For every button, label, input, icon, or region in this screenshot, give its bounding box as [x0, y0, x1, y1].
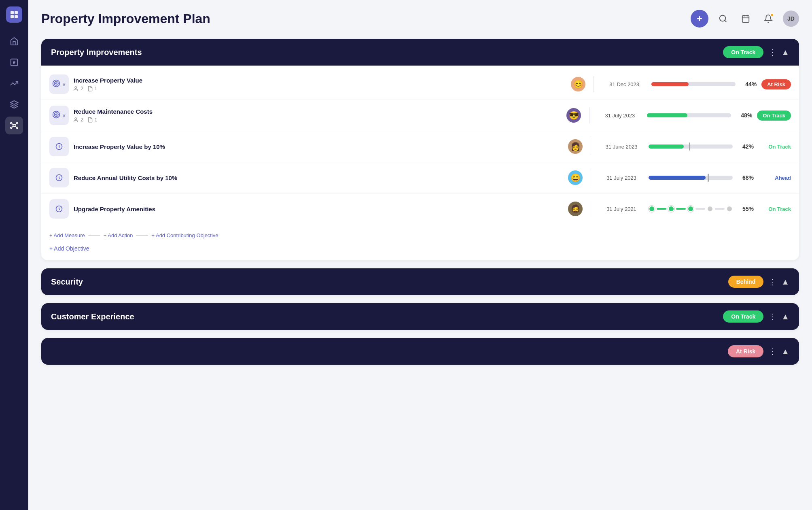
- status-badge-obj1: At Risk: [761, 79, 791, 89]
- progress-pct-obj5: 55%: [737, 206, 754, 212]
- notification-icon[interactable]: [760, 11, 776, 27]
- seg-line1: [657, 208, 666, 210]
- obj-icon-wrap-obj5: [49, 199, 69, 219]
- obj-action-count-obj2: 1: [87, 117, 97, 123]
- section-status-badge-security: Behind: [728, 276, 763, 288]
- progress-pct-obj4: 68%: [737, 174, 754, 181]
- seg-dot5: [726, 206, 733, 212]
- status-text-obj4: Ahead: [759, 175, 791, 181]
- section-card-customer-experience: Customer Experience On Track ⋮ ▲: [41, 303, 799, 330]
- milestone-marker-obj4: [708, 174, 709, 182]
- obj-avatar-obj4: 😄: [568, 170, 583, 185]
- svg-line-12: [15, 123, 17, 125]
- svg-line-11: [12, 123, 14, 125]
- obj-date-obj1: 31 Dec 2023: [602, 81, 647, 87]
- seg-dot3: [687, 206, 694, 212]
- section-menu-icon-security[interactable]: ⋮: [768, 277, 776, 287]
- obj-name-obj2: Reduce Maintenance Costs: [74, 108, 562, 115]
- divider-obj3: [591, 138, 591, 155]
- progress-pct-obj3: 42%: [737, 143, 754, 150]
- sidebar-item-home[interactable]: [5, 32, 23, 50]
- section-header-property-improvements: Property Improvements On Track ⋮ ▲: [41, 39, 799, 66]
- svg-rect-1: [15, 11, 18, 14]
- obj-expand-chevron-obj2[interactable]: ∨: [62, 112, 66, 119]
- svg-point-8: [17, 123, 18, 124]
- section-collapse-icon-security[interactable]: ▲: [781, 277, 789, 287]
- progress-pct-obj2: 48%: [735, 112, 752, 119]
- milestone-marker-obj3: [689, 142, 690, 151]
- section-menu-icon-last-section[interactable]: ⋮: [768, 346, 776, 356]
- progress-wrap-obj1: 44%: [651, 81, 757, 87]
- svg-rect-19: [742, 16, 749, 22]
- progress-bar-bg-obj3: [649, 144, 733, 149]
- obj-date-obj5: 31 July 2021: [599, 206, 644, 212]
- svg-rect-3: [15, 15, 18, 18]
- obj-avatar-obj5: 🧔: [568, 202, 583, 216]
- calendar-icon[interactable]: [738, 11, 754, 27]
- status-text-obj5: On Track: [759, 206, 791, 212]
- section-header-security: Security Behind ⋮ ▲: [41, 268, 799, 295]
- user-avatar[interactable]: JD: [783, 11, 799, 27]
- obj-expand-chevron-obj1[interactable]: ∨: [62, 81, 66, 87]
- status-text-obj3: On Track: [759, 144, 791, 150]
- divider-obj1: [594, 76, 594, 92]
- search-icon[interactable]: [715, 11, 731, 27]
- progress-bar-bg-obj4: [649, 176, 733, 180]
- svg-marker-5: [11, 101, 18, 104]
- section-title-customer-experience: Customer Experience: [51, 312, 134, 321]
- page-header: Property Improvement Plan: [41, 10, 799, 28]
- sidebar-item-analytics[interactable]: [5, 53, 23, 71]
- add-divider2-property-improvements: [136, 235, 148, 236]
- add-measure-link-property-improvements[interactable]: + Add Measure: [49, 232, 85, 238]
- progress-bar-bg-obj2: [647, 113, 731, 117]
- obj-row-obj3: Increase Property Value by 10% 👩 31 June…: [41, 131, 799, 162]
- progress-wrap-obj4: 68%: [649, 174, 754, 181]
- svg-point-17: [720, 15, 726, 21]
- section-header-right-customer-experience: On Track ⋮ ▲: [723, 310, 789, 323]
- sidebar-item-layers[interactable]: [5, 96, 23, 113]
- svg-point-10: [17, 127, 18, 129]
- notification-badge: [770, 13, 774, 17]
- page-title: Property Improvement Plan: [41, 11, 210, 26]
- section-title-security: Security: [51, 277, 83, 287]
- obj-date-obj4: 31 July 2023: [599, 175, 644, 181]
- obj-name-obj5: Upgrade Property Amenities: [74, 206, 563, 212]
- svg-point-26: [75, 86, 77, 88]
- add-button[interactable]: [691, 10, 708, 28]
- section-title-property-improvements: Property Improvements: [51, 48, 142, 57]
- obj-name-obj1: Increase Property Value: [74, 77, 566, 84]
- objectives-list-property-improvements: ∨ Increase Property Value 2 1: [41, 66, 799, 227]
- obj-meta-obj1: 2 1: [74, 85, 566, 91]
- add-objective-wrap-property-improvements: + Add Objective: [41, 240, 799, 260]
- obj-icon-wrap-obj2: ∨: [49, 106, 69, 125]
- add-action-link-property-improvements[interactable]: + Add Action: [104, 232, 133, 238]
- section-menu-icon-property-improvements[interactable]: ⋮: [768, 47, 776, 57]
- svg-rect-0: [11, 11, 14, 14]
- divider-obj5: [591, 201, 591, 217]
- progress-bar-fill-obj3: [649, 144, 684, 149]
- section-collapse-icon-last-section[interactable]: ▲: [781, 347, 789, 356]
- progress-wrap-obj3: 42%: [649, 143, 754, 150]
- obj-avatar-obj3: 👩: [568, 139, 583, 154]
- section-card-last-section: At Risk ⋮ ▲: [41, 338, 799, 365]
- svg-line-18: [725, 20, 726, 22]
- section-collapse-icon-customer-experience[interactable]: ▲: [781, 312, 789, 321]
- app-logo[interactable]: [6, 6, 22, 23]
- obj-sub-count-obj2: 2: [74, 117, 83, 123]
- obj-info-obj5: Upgrade Property Amenities: [74, 206, 563, 212]
- section-collapse-icon-property-improvements[interactable]: ▲: [781, 48, 789, 57]
- section-menu-icon-customer-experience[interactable]: ⋮: [768, 312, 776, 321]
- obj-target-icon-obj1: [52, 79, 60, 89]
- section-header-customer-experience: Customer Experience On Track ⋮ ▲: [41, 303, 799, 330]
- sidebar-item-network[interactable]: [5, 117, 23, 134]
- sidebar-item-trending[interactable]: [5, 74, 23, 92]
- add-contributing-link-property-improvements[interactable]: + Add Contributing Objective: [151, 232, 218, 238]
- seg-dot1: [649, 206, 655, 212]
- svg-line-14: [15, 126, 17, 128]
- add-objective-link-property-improvements[interactable]: + Add Objective: [49, 245, 89, 252]
- sections-container: Property Improvements On Track ⋮ ▲ ∨ Inc…: [41, 39, 799, 365]
- section-status-badge-last-section: At Risk: [728, 345, 763, 357]
- obj-row-obj2: ∨ Reduce Maintenance Costs 2 1: [41, 100, 799, 131]
- svg-point-28: [54, 113, 58, 117]
- seg-line3: [695, 208, 705, 210]
